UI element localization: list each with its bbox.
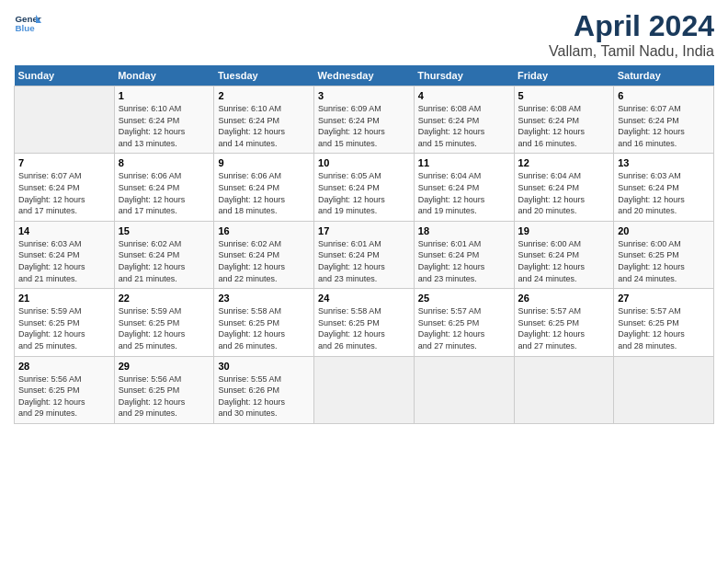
calendar-cell [314, 356, 415, 423]
day-number: 18 [418, 225, 510, 236]
calendar-cell: 2Sunrise: 6:10 AMSunset: 6:24 PMDaylight… [214, 86, 314, 154]
day-number: 22 [119, 293, 210, 304]
calendar-cell: 4Sunrise: 6:08 AMSunset: 6:24 PMDaylight… [414, 86, 514, 154]
weekday-header: Tuesday [214, 65, 314, 86]
calendar-header-row: SundayMondayTuesdayWednesdayThursdayFrid… [15, 65, 714, 86]
day-number: 12 [518, 157, 610, 168]
calendar-cell: 15Sunrise: 6:02 AMSunset: 6:24 PMDayligh… [114, 221, 214, 288]
subtitle: Vallam, Tamil Nadu, India [549, 43, 714, 60]
weekday-header: Saturday [614, 65, 714, 86]
calendar-cell: 28Sunrise: 5:56 AMSunset: 6:25 PMDayligh… [15, 356, 115, 423]
day-info: Sunrise: 6:09 AMSunset: 6:24 PMDaylight:… [318, 103, 410, 149]
day-number: 3 [318, 90, 410, 101]
calendar-cell: 10Sunrise: 6:05 AMSunset: 6:24 PMDayligh… [314, 154, 415, 221]
day-number: 7 [18, 157, 110, 168]
calendar-cell: 22Sunrise: 5:59 AMSunset: 6:25 PMDayligh… [114, 289, 214, 356]
day-number: 20 [618, 225, 710, 236]
calendar-cell: 13Sunrise: 6:03 AMSunset: 6:24 PMDayligh… [614, 154, 714, 221]
calendar-cell: 3Sunrise: 6:09 AMSunset: 6:24 PMDaylight… [314, 86, 415, 154]
day-info: Sunrise: 6:07 AMSunset: 6:24 PMDaylight:… [618, 103, 710, 149]
day-number: 16 [218, 225, 310, 236]
day-number: 4 [418, 90, 510, 101]
day-info: Sunrise: 5:57 AMSunset: 6:25 PMDaylight:… [618, 305, 710, 351]
day-number: 25 [418, 293, 510, 304]
day-number: 27 [618, 293, 710, 304]
day-info: Sunrise: 5:58 AMSunset: 6:25 PMDaylight:… [218, 305, 310, 351]
day-info: Sunrise: 5:57 AMSunset: 6:25 PMDaylight:… [418, 305, 510, 351]
day-info: Sunrise: 6:02 AMSunset: 6:24 PMDaylight:… [119, 238, 210, 284]
day-info: Sunrise: 6:08 AMSunset: 6:24 PMDaylight:… [418, 103, 510, 149]
day-info: Sunrise: 6:00 AMSunset: 6:25 PMDaylight:… [618, 238, 710, 284]
calendar-cell: 1Sunrise: 6:10 AMSunset: 6:24 PMDaylight… [114, 86, 214, 154]
calendar-cell: 29Sunrise: 5:56 AMSunset: 6:25 PMDayligh… [114, 356, 214, 423]
day-number: 29 [119, 361, 210, 372]
day-info: Sunrise: 6:10 AMSunset: 6:24 PMDaylight:… [119, 103, 210, 149]
calendar-cell [514, 356, 614, 423]
day-info: Sunrise: 6:00 AMSunset: 6:24 PMDaylight:… [518, 238, 610, 284]
day-info: Sunrise: 5:58 AMSunset: 6:25 PMDaylight:… [318, 305, 410, 351]
calendar-week-row: 21Sunrise: 5:59 AMSunset: 6:25 PMDayligh… [15, 289, 714, 356]
day-number: 30 [218, 361, 310, 372]
calendar-cell: 12Sunrise: 6:04 AMSunset: 6:24 PMDayligh… [514, 154, 614, 221]
day-info: Sunrise: 6:04 AMSunset: 6:24 PMDaylight:… [418, 170, 510, 216]
main-title: April 2024 [549, 9, 714, 43]
calendar-cell: 20Sunrise: 6:00 AMSunset: 6:25 PMDayligh… [614, 221, 714, 288]
day-number: 21 [18, 293, 110, 304]
day-info: Sunrise: 6:04 AMSunset: 6:24 PMDaylight:… [518, 170, 610, 216]
day-number: 19 [518, 225, 610, 236]
weekday-header: Monday [114, 65, 214, 86]
calendar-cell: 11Sunrise: 6:04 AMSunset: 6:24 PMDayligh… [414, 154, 514, 221]
calendar-cell [614, 356, 714, 423]
calendar-week-row: 7Sunrise: 6:07 AMSunset: 6:24 PMDaylight… [15, 154, 714, 221]
day-number: 13 [618, 157, 710, 168]
calendar-cell: 17Sunrise: 6:01 AMSunset: 6:24 PMDayligh… [314, 221, 415, 288]
day-number: 14 [18, 225, 110, 236]
calendar-cell: 7Sunrise: 6:07 AMSunset: 6:24 PMDaylight… [15, 154, 115, 221]
calendar-cell: 9Sunrise: 6:06 AMSunset: 6:24 PMDaylight… [214, 154, 314, 221]
logo-icon: General Blue [14, 9, 41, 37]
calendar-cell: 25Sunrise: 5:57 AMSunset: 6:25 PMDayligh… [414, 289, 514, 356]
weekday-header: Wednesday [314, 65, 415, 86]
day-info: Sunrise: 6:02 AMSunset: 6:24 PMDaylight:… [218, 238, 310, 284]
day-number: 6 [618, 90, 710, 101]
day-info: Sunrise: 6:03 AMSunset: 6:24 PMDaylight:… [618, 170, 710, 216]
day-number: 11 [418, 157, 510, 168]
day-number: 1 [119, 90, 210, 101]
weekday-header: Sunday [15, 65, 115, 86]
day-number: 23 [218, 293, 310, 304]
day-number: 5 [518, 90, 610, 101]
calendar-cell [15, 86, 115, 154]
day-info: Sunrise: 5:57 AMSunset: 6:25 PMDaylight:… [518, 305, 610, 351]
day-info: Sunrise: 6:10 AMSunset: 6:24 PMDaylight:… [218, 103, 310, 149]
calendar-cell: 23Sunrise: 5:58 AMSunset: 6:25 PMDayligh… [214, 289, 314, 356]
day-info: Sunrise: 5:56 AMSunset: 6:25 PMDaylight:… [18, 373, 110, 419]
calendar-cell: 21Sunrise: 5:59 AMSunset: 6:25 PMDayligh… [15, 289, 115, 356]
day-number: 26 [518, 293, 610, 304]
day-number: 24 [318, 293, 410, 304]
day-number: 8 [119, 157, 210, 168]
svg-text:Blue: Blue [16, 23, 36, 33]
calendar-cell: 26Sunrise: 5:57 AMSunset: 6:25 PMDayligh… [514, 289, 614, 356]
day-info: Sunrise: 6:03 AMSunset: 6:24 PMDaylight:… [18, 238, 110, 284]
calendar-week-row: 28Sunrise: 5:56 AMSunset: 6:25 PMDayligh… [15, 356, 714, 423]
day-info: Sunrise: 5:56 AMSunset: 6:25 PMDaylight:… [119, 373, 210, 419]
calendar-table: SundayMondayTuesdayWednesdayThursdayFrid… [14, 65, 714, 424]
day-info: Sunrise: 6:01 AMSunset: 6:24 PMDaylight:… [418, 238, 510, 284]
calendar-cell: 16Sunrise: 6:02 AMSunset: 6:24 PMDayligh… [214, 221, 314, 288]
weekday-header: Thursday [414, 65, 514, 86]
calendar-cell [414, 356, 514, 423]
calendar-cell: 14Sunrise: 6:03 AMSunset: 6:24 PMDayligh… [15, 221, 115, 288]
day-info: Sunrise: 6:08 AMSunset: 6:24 PMDaylight:… [518, 103, 610, 149]
header: General Blue April 2024 Vallam, Tamil Na… [14, 9, 714, 60]
day-info: Sunrise: 6:05 AMSunset: 6:24 PMDaylight:… [318, 170, 410, 216]
day-info: Sunrise: 6:07 AMSunset: 6:24 PMDaylight:… [18, 170, 110, 216]
calendar-week-row: 1Sunrise: 6:10 AMSunset: 6:24 PMDaylight… [15, 86, 714, 154]
calendar-cell: 30Sunrise: 5:55 AMSunset: 6:26 PMDayligh… [214, 356, 314, 423]
calendar-cell: 8Sunrise: 6:06 AMSunset: 6:24 PMDaylight… [114, 154, 214, 221]
day-info: Sunrise: 6:01 AMSunset: 6:24 PMDaylight:… [318, 238, 410, 284]
day-number: 10 [318, 157, 410, 168]
day-number: 17 [318, 225, 410, 236]
calendar-cell: 18Sunrise: 6:01 AMSunset: 6:24 PMDayligh… [414, 221, 514, 288]
day-info: Sunrise: 5:59 AMSunset: 6:25 PMDaylight:… [18, 305, 110, 351]
day-info: Sunrise: 6:06 AMSunset: 6:24 PMDaylight:… [119, 170, 210, 216]
